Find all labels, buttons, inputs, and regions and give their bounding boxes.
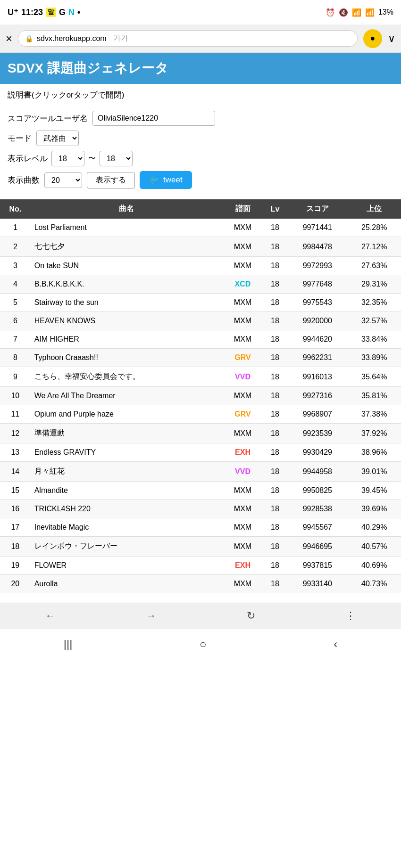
username-input[interactable] <box>92 111 215 126</box>
table-row: 3 On take SUN MXM 18 9972993 27.63% <box>0 257 401 275</box>
cell-lv: 18 <box>263 557 288 575</box>
android-nav-bar: ||| ○ ‹ <box>0 629 401 655</box>
android-recent-button[interactable]: ||| <box>64 638 73 651</box>
cell-lv: 18 <box>263 537 288 557</box>
forward-button[interactable]: → <box>146 610 156 622</box>
cell-score: 9944958 <box>287 462 347 482</box>
mute-icon: 🔇 <box>339 8 348 17</box>
col-score: スコア <box>287 199 347 219</box>
cell-title: Typhoon Craaash!! <box>31 349 223 367</box>
dot-icon: • <box>77 8 80 17</box>
cell-title: FLOWER <box>31 557 223 575</box>
status-right: ⏰ 🔇 📶 📶 13% <box>326 8 393 17</box>
table-row: 16 TRICKL4SH 220 MXM 18 9928538 39.69% <box>0 500 401 518</box>
cell-score: 9971441 <box>287 219 347 237</box>
cell-lv: 18 <box>263 294 288 312</box>
lock-icon: 🔒 <box>25 35 33 42</box>
level-min-select[interactable]: 18 <box>51 151 84 166</box>
table-row: 18 レインボウ・フレーバー MXM 18 9946695 40.57% <box>0 537 401 557</box>
close-button[interactable]: × <box>6 32 12 45</box>
refresh-button[interactable]: ↻ <box>247 610 255 622</box>
status-left: U⁺ 11:23 말 G N • <box>8 7 80 17</box>
tweet-button[interactable]: 🐦 tweet <box>140 171 192 189</box>
url-box[interactable]: 🔒 sdvx.herokuapp.com 가가 <box>18 30 358 47</box>
android-home-button[interactable]: ○ <box>200 638 207 651</box>
cell-chart: MXM <box>223 482 262 500</box>
cell-lv: 18 <box>263 387 288 405</box>
cell-title: Stairway to the sun <box>31 294 223 312</box>
cell-title: We Are All The Dreamer <box>31 387 223 405</box>
cell-top: 40.69% <box>347 557 401 575</box>
cell-lv: 18 <box>263 275 288 294</box>
col-lv: Lv <box>263 199 288 219</box>
cell-top: 35.81% <box>347 387 401 405</box>
cell-chart: VVD <box>223 462 262 482</box>
cell-top: 27.63% <box>347 257 401 275</box>
cell-chart: MXM <box>223 294 262 312</box>
cell-no: 12 <box>0 424 31 443</box>
count-select[interactable]: 20 10 15 25 30 50 <box>44 172 82 188</box>
table-row: 13 Endless GRAVITY EXH 18 9930429 38.96% <box>0 443 401 462</box>
carrier-label: U⁺ <box>8 7 18 17</box>
cell-score: 9933140 <box>287 575 347 593</box>
cell-score: 9946695 <box>287 537 347 557</box>
table-header: No. 曲名 譜面 Lv スコア 上位 <box>0 199 401 219</box>
cell-no: 16 <box>0 500 31 518</box>
chevron-down-button[interactable]: ∨ <box>388 33 395 45</box>
cell-top: 32.57% <box>347 312 401 330</box>
android-back-button[interactable]: ‹ <box>334 638 337 651</box>
cell-no: 6 <box>0 312 31 330</box>
table-row: 10 We Are All The Dreamer MXM 18 9927316… <box>0 387 401 405</box>
tilde-label: 〜 <box>88 154 96 164</box>
cell-score: 9972993 <box>287 257 347 275</box>
chat-button[interactable]: ● <box>363 29 382 48</box>
cell-top: 39.01% <box>347 462 401 482</box>
cell-lv: 18 <box>263 367 288 387</box>
tweet-label: tweet <box>163 175 183 185</box>
battery-label: 13% <box>378 8 393 16</box>
table-row: 6 HEAVEN KNOWS MXM 18 9920000 32.57% <box>0 312 401 330</box>
level-row: 表示レベル 18 〜 18 <box>8 151 393 166</box>
cell-chart: MXM <box>223 237 262 257</box>
cell-lv: 18 <box>263 349 288 367</box>
level-max-select[interactable]: 18 <box>100 151 133 166</box>
cell-title: Aurolla <box>31 575 223 593</box>
cell-title: こちら、幸福安心委員会です。 <box>31 367 223 387</box>
cell-chart: MXM <box>223 219 262 237</box>
table-row: 7 AIM HIGHER MXM 18 9944620 33.84% <box>0 330 401 349</box>
table-row: 20 Aurolla MXM 18 9933140 40.73% <box>0 575 401 593</box>
cell-no: 5 <box>0 294 31 312</box>
cell-chart: MXM <box>223 500 262 518</box>
table-row: 14 月々紅花 VVD 18 9944958 39.01% <box>0 462 401 482</box>
cell-title: Opium and Purple haze <box>31 405 223 424</box>
status-bar: U⁺ 11:23 말 G N • ⏰ 🔇 📶 📶 13% <box>0 0 401 25</box>
cell-top: 39.69% <box>347 500 401 518</box>
cell-top: 40.73% <box>347 575 401 593</box>
cell-chart: EXH <box>223 443 262 462</box>
cell-no: 19 <box>0 557 31 575</box>
cell-lv: 18 <box>263 219 288 237</box>
cell-score: 9968907 <box>287 405 347 424</box>
menu-button[interactable]: ⋮ <box>345 610 356 622</box>
cell-title: Lost Parliament <box>31 219 223 237</box>
mode-select[interactable]: 武器曲 通常曲 <box>36 131 79 146</box>
mode-row: モード 武器曲 通常曲 <box>8 131 393 146</box>
mode-label: モード <box>8 133 32 144</box>
display-button[interactable]: 表示する <box>87 172 135 188</box>
cell-title: Almandite <box>31 482 223 500</box>
table-row: 15 Almandite MXM 18 9950825 39.45% <box>0 482 401 500</box>
back-button[interactable]: ← <box>45 610 56 622</box>
time-label: 11:23 <box>21 8 43 17</box>
cell-chart: MXM <box>223 575 262 593</box>
cell-lv: 18 <box>263 424 288 443</box>
cell-top: 37.92% <box>347 424 401 443</box>
table-row: 19 FLOWER EXH 18 9937815 40.69% <box>0 557 401 575</box>
instructions-label[interactable]: 説明書(クリックorタップで開閉) <box>8 90 124 100</box>
count-label: 表示曲数 <box>8 175 40 186</box>
cell-top: 29.31% <box>347 275 401 294</box>
alarm-icon: ⏰ <box>326 8 335 17</box>
cell-no: 3 <box>0 257 31 275</box>
col-chart: 譜面 <box>223 199 262 219</box>
cell-no: 10 <box>0 387 31 405</box>
cell-top: 39.45% <box>347 482 401 500</box>
